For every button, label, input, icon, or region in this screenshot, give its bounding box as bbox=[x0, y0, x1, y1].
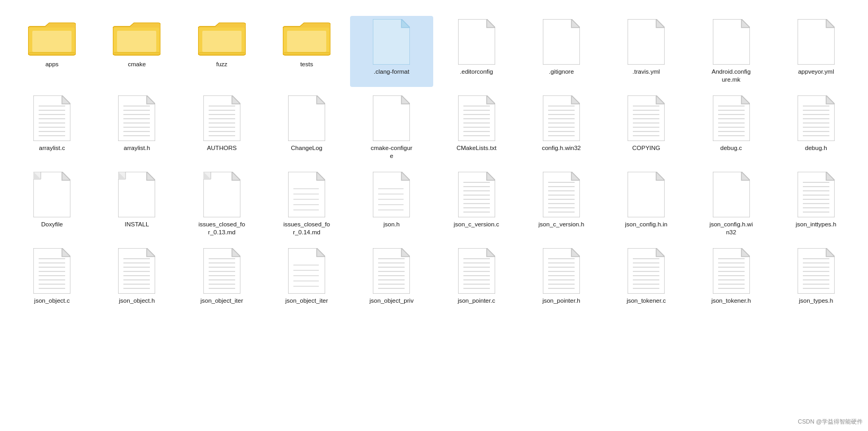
file-icon bbox=[713, 172, 750, 217]
file-icon bbox=[33, 172, 70, 217]
file-label: json_c_version.h bbox=[539, 221, 584, 228]
svg-marker-218 bbox=[401, 248, 410, 257]
file-label: issues_closed_fo r_0.14.md bbox=[283, 221, 330, 236]
file-item[interactable]: json_c_version.c bbox=[435, 169, 518, 240]
svg-marker-211 bbox=[317, 248, 325, 257]
file-item[interactable]: arraylist.c bbox=[11, 92, 93, 163]
svg-marker-81 bbox=[571, 95, 580, 104]
file-item[interactable]: .gitignore bbox=[520, 16, 603, 87]
file-item[interactable]: apps bbox=[11, 16, 93, 87]
file-label: COPYING bbox=[632, 144, 660, 152]
file-label: AUTHORS bbox=[207, 144, 237, 152]
svg-marker-157 bbox=[571, 172, 580, 180]
file-icon bbox=[458, 248, 495, 294]
file-item[interactable]: tests bbox=[265, 16, 348, 87]
svg-marker-33 bbox=[741, 19, 750, 28]
file-item[interactable]: config.h.win32 bbox=[520, 92, 603, 163]
file-label: cmake-configur e bbox=[371, 144, 413, 160]
file-icon bbox=[713, 95, 750, 141]
file-item[interactable]: json_types.h bbox=[775, 245, 857, 308]
file-item[interactable]: debug.c bbox=[690, 92, 772, 163]
file-icon bbox=[628, 95, 665, 141]
svg-marker-201 bbox=[232, 248, 240, 257]
file-item[interactable]: .travis.yml bbox=[605, 16, 687, 87]
svg-marker-171 bbox=[826, 172, 835, 180]
file-icon bbox=[543, 95, 580, 141]
svg-marker-238 bbox=[571, 248, 580, 257]
file-label: apps bbox=[46, 60, 59, 68]
file-item[interactable]: .clang-format bbox=[350, 16, 433, 87]
file-icon bbox=[373, 248, 410, 294]
file-item[interactable]: issues_closed_fo r_0.14.md bbox=[265, 169, 348, 240]
file-label: .travis.yml bbox=[632, 68, 660, 76]
file-item[interactable]: Doxyfile bbox=[11, 169, 93, 240]
file-icon bbox=[288, 248, 325, 294]
file-item[interactable]: json_pointer.h bbox=[520, 245, 603, 308]
file-item[interactable]: json_object.h bbox=[95, 245, 178, 308]
file-item[interactable]: COPYING bbox=[605, 92, 687, 163]
file-icon bbox=[203, 172, 240, 217]
file-item[interactable]: fuzz bbox=[181, 16, 263, 87]
svg-marker-111 bbox=[826, 95, 835, 104]
file-icon bbox=[628, 248, 665, 294]
folder-icon bbox=[198, 19, 246, 57]
svg-marker-147 bbox=[487, 172, 495, 180]
file-label: .editorconfig bbox=[460, 68, 493, 76]
file-item[interactable]: .editorconfig bbox=[435, 16, 518, 87]
file-icon bbox=[458, 95, 495, 141]
svg-rect-17 bbox=[202, 31, 241, 52]
file-item[interactable]: json.h bbox=[350, 169, 433, 240]
file-item[interactable]: json_c_version.h bbox=[520, 169, 603, 240]
file-icon bbox=[628, 19, 665, 65]
file-item[interactable]: json_config.h.in bbox=[605, 169, 687, 240]
file-item[interactable]: json_tokener.h bbox=[690, 245, 772, 308]
svg-marker-25 bbox=[401, 19, 410, 28]
file-label: appveyor.yml bbox=[798, 68, 834, 76]
svg-marker-258 bbox=[741, 248, 750, 257]
file-icon bbox=[543, 248, 580, 294]
svg-marker-228 bbox=[487, 248, 495, 257]
svg-marker-29 bbox=[571, 19, 580, 28]
file-icon bbox=[458, 172, 495, 217]
file-icon bbox=[798, 248, 835, 294]
file-label: arraylist.c bbox=[39, 144, 65, 152]
file-label: json_object_iter bbox=[200, 297, 243, 305]
file-item[interactable]: Android.config ure.mk bbox=[690, 16, 772, 87]
file-icon bbox=[203, 248, 240, 294]
file-item[interactable]: cmake-configur e bbox=[350, 92, 433, 163]
file-label: json_tokener.c bbox=[627, 297, 666, 305]
file-item[interactable]: json_config.h.wi n32 bbox=[690, 169, 772, 240]
file-item[interactable]: ChangeLog bbox=[265, 92, 348, 163]
file-item[interactable]: appveyor.yml bbox=[775, 16, 857, 87]
svg-marker-129 bbox=[232, 172, 240, 180]
file-item[interactable]: arraylist.h bbox=[95, 92, 178, 163]
file-item[interactable]: json_object_iter bbox=[181, 245, 263, 308]
file-label: fuzz bbox=[216, 60, 227, 68]
file-item[interactable]: CMakeLists.txt bbox=[435, 92, 518, 163]
svg-marker-268 bbox=[826, 248, 835, 257]
file-item[interactable]: json_object.c bbox=[11, 245, 93, 308]
file-label: debug.h bbox=[805, 144, 827, 152]
file-icon bbox=[543, 172, 580, 217]
file-icon bbox=[288, 95, 325, 141]
file-icon bbox=[543, 19, 580, 65]
file-item[interactable]: json_pointer.c bbox=[435, 245, 518, 308]
file-item[interactable]: INSTALL bbox=[95, 169, 178, 240]
file-item[interactable]: AUTHORS bbox=[181, 92, 263, 163]
file-icon bbox=[373, 19, 410, 65]
file-label: json_c_version.c bbox=[454, 221, 499, 228]
file-item[interactable]: json_object_priv bbox=[350, 245, 433, 308]
file-item[interactable]: json_tokener.c bbox=[605, 245, 687, 308]
file-item[interactable]: json_object_iter bbox=[265, 245, 348, 308]
svg-marker-140 bbox=[401, 172, 410, 180]
file-item[interactable]: debug.h bbox=[775, 92, 857, 163]
svg-marker-69 bbox=[401, 95, 410, 104]
svg-rect-5 bbox=[32, 31, 71, 52]
file-label: config.h.win32 bbox=[542, 144, 581, 152]
file-label: CMakeLists.txt bbox=[457, 144, 496, 152]
file-item[interactable]: json_inttypes.h bbox=[775, 169, 857, 240]
file-item[interactable]: cmake bbox=[95, 16, 178, 87]
file-item[interactable]: issues_closed_fo r_0.13.md bbox=[181, 169, 263, 240]
file-icon bbox=[713, 248, 750, 294]
svg-marker-47 bbox=[147, 95, 155, 104]
